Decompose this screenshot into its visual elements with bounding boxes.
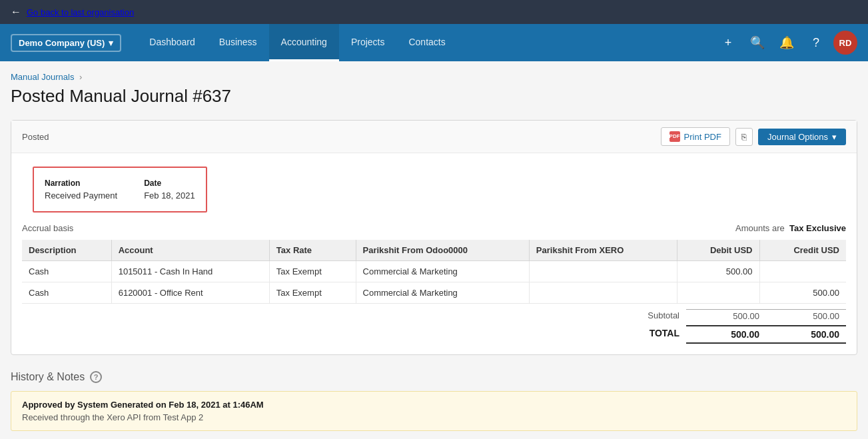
help-button[interactable]: ?	[804, 31, 828, 55]
table-row: Cash 6120001 - Office Rent Tax Exempt Co…	[22, 282, 846, 304]
user-avatar[interactable]: RD	[833, 31, 857, 55]
subtotal-credit: 500.00	[766, 309, 846, 322]
col-account: Account	[111, 240, 269, 261]
narration-field: Narration Received Payment	[45, 179, 117, 201]
journal-options-label: Journal Options	[767, 132, 828, 142]
row2-account: 6120001 - Office Rent	[111, 282, 269, 304]
row1-parikshit-odoo: Commercial & Marketing	[356, 261, 529, 282]
narration-label: Narration	[45, 179, 117, 188]
row1-parikshit-xero	[529, 261, 677, 282]
page-title: Posted Manual Journal #637	[11, 86, 857, 107]
history-title: History & Notes ?	[11, 371, 857, 383]
table-row: Cash 1015011 - Cash In Hand Tax Exempt C…	[22, 261, 846, 282]
col-parikshit-xero: Parikshit From XERO	[529, 240, 677, 261]
col-debit: Debit USD	[677, 240, 759, 261]
row1-tax-rate: Tax Exempt	[269, 261, 356, 282]
total-label: TOTAL	[553, 325, 686, 344]
row2-credit: 500.00	[759, 282, 846, 304]
history-note-text: Received through the Xero API from Test …	[22, 412, 846, 422]
date-field: Date Feb 18, 2021	[144, 179, 195, 201]
add-button[interactable]: +	[716, 31, 740, 55]
notifications-button[interactable]: 🔔	[775, 31, 799, 55]
nav-actions: + 🔍 🔔 ? RD	[716, 31, 857, 55]
nav-projects[interactable]: Projects	[339, 24, 397, 61]
journal-card: Posted PDF Print PDF ⎘ Journal Options ▾	[11, 120, 857, 355]
breadcrumb-parent[interactable]: Manual Journals	[11, 72, 74, 82]
copy-button[interactable]: ⎘	[735, 128, 753, 146]
history-title-text: History & Notes	[11, 371, 85, 383]
nav-accounting[interactable]: Accounting	[269, 24, 339, 61]
row1-account: 1015011 - Cash In Hand	[111, 261, 269, 282]
date-label: Date	[144, 179, 195, 188]
narration-value: Received Payment	[45, 191, 117, 201]
row2-debit	[677, 282, 759, 304]
nav-dashboard[interactable]: Dashboard	[137, 24, 207, 61]
history-note-title: Approved by System Generated on Feb 18, …	[22, 400, 846, 410]
subtotal-row: Subtotal 500.00 500.00	[22, 309, 846, 322]
accrual-label: Accrual basis	[22, 223, 73, 233]
row1-credit	[759, 261, 846, 282]
row2-parikshit-xero	[529, 282, 677, 304]
table-area: Accrual basis Amounts are Tax Exclusive …	[11, 223, 857, 354]
page-content: Manual Journals › Posted Manual Journal …	[0, 61, 868, 439]
company-name: Demo Company (US)	[19, 38, 105, 48]
amounts-label: Amounts are Tax Exclusive	[735, 223, 846, 233]
nav-business[interactable]: Business	[207, 24, 269, 61]
nav-bar: Demo Company (US) ▾ Dashboard Business A…	[0, 24, 868, 61]
journal-header: Posted PDF Print PDF ⎘ Journal Options ▾	[11, 121, 857, 153]
pdf-icon: PDF	[669, 131, 680, 142]
total-credit: 500.00	[766, 325, 846, 344]
journal-table: Description Account Tax Rate Parikshit F…	[22, 240, 846, 304]
amounts-type: Tax Exclusive	[789, 223, 846, 233]
main-nav: Dashboard Business Accounting Projects C…	[137, 24, 716, 61]
search-button[interactable]: 🔍	[745, 31, 769, 55]
status-badge: Posted	[22, 132, 49, 142]
breadcrumb: Manual Journals ›	[11, 61, 857, 86]
copy-icon: ⎘	[741, 132, 747, 142]
history-note: Approved by System Generated on Feb 18, …	[11, 391, 857, 431]
row2-parikshit-odoo: Commercial & Marketing	[356, 282, 529, 304]
header-actions: PDF Print PDF ⎘ Journal Options ▾	[661, 127, 846, 146]
journal-options-button[interactable]: Journal Options ▾	[758, 129, 846, 145]
chevron-down-icon: ▾	[832, 132, 837, 142]
table-meta: Accrual basis Amounts are Tax Exclusive	[22, 223, 846, 233]
company-selector[interactable]: Demo Company (US) ▾	[11, 34, 121, 52]
total-debit: 500.00	[686, 325, 766, 344]
top-bar: ← Go back to last organisation	[0, 0, 868, 24]
col-description: Description	[22, 240, 111, 261]
breadcrumb-separator: ›	[79, 72, 82, 82]
row2-description: Cash	[22, 282, 111, 304]
subtotal-label: Subtotal	[553, 309, 686, 322]
help-icon[interactable]: ?	[90, 371, 102, 383]
print-pdf-label: Print PDF	[684, 132, 721, 142]
row2-tax-rate: Tax Exempt	[269, 282, 356, 304]
col-parikshit-odoo: Parikshit From Odoo0000	[356, 240, 529, 261]
col-tax-rate: Tax Rate	[269, 240, 356, 261]
date-value: Feb 18, 2021	[144, 191, 195, 201]
subtotal-debit: 500.00	[686, 309, 766, 322]
history-section: History & Notes ? Approved by System Gen…	[11, 371, 857, 439]
back-arrow-icon: ←	[11, 6, 21, 18]
col-credit: Credit USD	[759, 240, 846, 261]
narration-section: Narration Received Payment Date Feb 18, …	[33, 167, 207, 213]
narration-wrapper: Narration Received Payment Date Feb 18, …	[11, 153, 857, 223]
table-header-row: Description Account Tax Rate Parikshit F…	[22, 240, 846, 261]
back-to-org-link[interactable]: Go back to last organisation	[27, 7, 134, 17]
print-pdf-button[interactable]: PDF Print PDF	[661, 127, 730, 146]
row1-description: Cash	[22, 261, 111, 282]
chevron-down-icon: ▾	[109, 38, 113, 48]
narration-row: Narration Received Payment Date Feb 18, …	[45, 179, 195, 201]
row1-debit: 500.00	[677, 261, 759, 282]
total-row: TOTAL 500.00 500.00	[22, 325, 846, 344]
nav-contacts[interactable]: Contacts	[396, 24, 457, 61]
